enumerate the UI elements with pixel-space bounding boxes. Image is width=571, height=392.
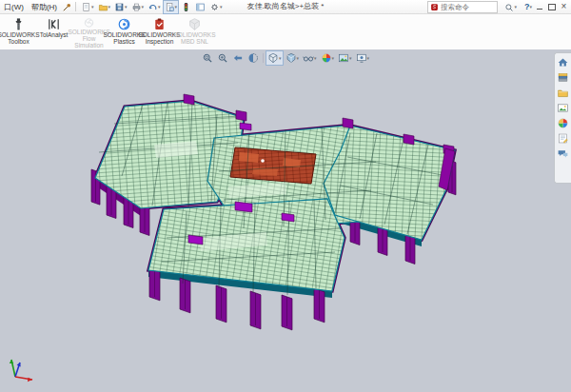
solidworks-resources-home-icon xyxy=(557,56,569,69)
appearances-scenes-button[interactable] xyxy=(556,116,570,130)
help-button[interactable]: ? ▾ xyxy=(524,0,532,13)
inspection-icon xyxy=(152,17,167,31)
print-button[interactable]: ▾ xyxy=(129,0,147,14)
rebuild-traffic-light-icon xyxy=(181,2,191,12)
view-settings-button[interactable]: ▾ xyxy=(354,50,372,66)
search-input[interactable] xyxy=(441,3,484,11)
document-title: 友佳.欧尚名城>+总装 * xyxy=(247,0,325,13)
minimize-icon xyxy=(537,9,542,10)
zoom-area-icon xyxy=(217,52,228,64)
view-orientation-button[interactable]: ▾ xyxy=(266,50,284,66)
menu-item-window[interactable]: 口(W) xyxy=(0,1,28,13)
section-view-icon xyxy=(247,52,259,64)
caret-down-icon: ▾ xyxy=(314,52,317,65)
restore-icon xyxy=(548,4,556,10)
rebuild-traffic-light-button[interactable] xyxy=(179,0,193,14)
new-button[interactable]: ▾ xyxy=(79,0,96,14)
file-explorer-icon xyxy=(557,87,569,99)
search-options-button[interactable]: ▾ xyxy=(504,1,517,13)
save-icon xyxy=(114,2,125,12)
edit-appearance-button[interactable]: ▾ xyxy=(319,50,337,66)
quick-access-toolbar: ▾▾▾▾▾▾▾ xyxy=(79,0,225,14)
caret-down-icon: ▾ xyxy=(91,1,94,13)
open-icon xyxy=(98,2,108,12)
edit-appearance-icon xyxy=(321,52,332,64)
titlebar: 口(W)帮助(H) ▾▾▾▾▾▾▾ 友佳.欧尚名城>+总装 * ▾ ? ▾ × xyxy=(0,0,571,14)
file-properties-button[interactable]: ▾ xyxy=(163,0,180,14)
design-library-button[interactable] xyxy=(556,70,570,85)
close-icon: × xyxy=(561,2,567,11)
options-panel-button[interactable] xyxy=(193,0,207,14)
section-view-button[interactable] xyxy=(246,50,261,66)
toolbox-icon xyxy=(11,17,26,31)
caret-down-icon: ▾ xyxy=(514,1,517,13)
ribbon-item-label: SOLIDWORKS MBD SNL xyxy=(173,31,215,45)
zoom-fit-button[interactable] xyxy=(200,50,215,66)
new-icon xyxy=(81,2,91,12)
display-style-icon xyxy=(286,52,297,64)
menubar: 口(W)帮助(H) xyxy=(0,1,61,13)
tolanalyst-icon xyxy=(47,17,61,31)
caret-down-icon: ▾ xyxy=(125,1,128,13)
appearances-scenes-icon xyxy=(557,117,569,129)
minimize-button[interactable] xyxy=(533,1,545,12)
apply-scene-button[interactable]: ▾ xyxy=(336,50,354,66)
solidworks-forum-button[interactable] xyxy=(556,147,570,161)
search-icon xyxy=(504,3,514,12)
print-icon xyxy=(131,2,142,12)
undo-button[interactable]: ▾ xyxy=(146,0,163,14)
ribbon-item-label: TolAnalyst xyxy=(40,31,69,38)
hide-show-items-icon xyxy=(303,52,314,64)
caret-down-icon: ▾ xyxy=(220,1,223,13)
task-pane xyxy=(554,52,571,184)
settings-gear-button[interactable]: ▾ xyxy=(207,0,225,14)
ribbon-item-inspection[interactable]: SOLIDWORKS Inspection xyxy=(142,15,177,49)
ribbon-item-plastics[interactable]: SOLIDWORKS Plastics xyxy=(107,15,142,49)
file-explorer-button[interactable] xyxy=(556,86,570,100)
file-properties-icon xyxy=(165,2,175,12)
search-box[interactable] xyxy=(427,1,498,13)
ribbon-item-flow-simulation: SOLIDWORKS Flow Simulation xyxy=(71,15,107,49)
mbd-icon xyxy=(187,17,202,31)
ribbon-item-label: SOLIDWORKS Toolbox xyxy=(0,31,40,45)
restore-button[interactable] xyxy=(545,1,558,12)
save-button[interactable]: ▾ xyxy=(112,0,129,14)
formwork-assembly-model[interactable] xyxy=(0,49,571,392)
view-palette-button[interactable] xyxy=(556,101,570,115)
addins-ribbon: SOLIDWORKS ToolboxTolAnalystSOLIDWORKS F… xyxy=(0,14,571,50)
caret-down-icon: ▾ xyxy=(279,52,282,65)
toolbar-separator xyxy=(263,53,264,63)
graphics-area[interactable]: ▾▾▾▾▾▾ xyxy=(0,49,571,392)
zoom-area-button[interactable] xyxy=(215,50,230,66)
zoom-fit-icon xyxy=(202,52,213,64)
open-button[interactable]: ▾ xyxy=(96,0,113,14)
caret-down-icon: ▾ xyxy=(297,52,300,65)
view-settings-icon xyxy=(356,52,367,64)
solidworks-window: 口(W)帮助(H) ▾▾▾▾▾▾▾ 友佳.欧尚名城>+总装 * ▾ ? ▾ × … xyxy=(0,0,571,392)
window-controls: × xyxy=(533,0,570,13)
solidworks-logo-icon xyxy=(430,3,439,11)
display-style-button[interactable]: ▾ xyxy=(284,50,302,66)
caret-down-icon: ▾ xyxy=(367,52,370,65)
undo-icon xyxy=(148,2,158,12)
ribbon-item-tolanalyst[interactable]: TolAnalyst xyxy=(36,15,71,49)
custom-properties-button[interactable] xyxy=(556,131,570,146)
caret-down-icon: ▾ xyxy=(175,1,178,13)
close-button[interactable]: × xyxy=(558,1,570,12)
menu-item-help[interactable]: 帮助(H) xyxy=(28,1,61,13)
caret-down-icon: ▾ xyxy=(332,52,335,65)
pin-icon[interactable] xyxy=(61,1,72,12)
solidworks-resources-home-button[interactable] xyxy=(556,55,570,69)
ribbon-item-toolbox[interactable]: SOLIDWORKS Toolbox xyxy=(1,15,36,49)
flow-simulation-icon xyxy=(82,17,96,29)
apply-scene-icon xyxy=(338,52,349,64)
settings-gear-icon xyxy=(209,2,220,12)
hide-show-items-button[interactable]: ▾ xyxy=(301,50,319,66)
coordinate-triad xyxy=(4,354,38,382)
previous-view-icon xyxy=(232,52,244,64)
toolbar-separator xyxy=(75,2,76,11)
view-palette-icon xyxy=(557,102,569,114)
caret-down-icon: ▾ xyxy=(108,1,111,13)
caret-down-icon: ▾ xyxy=(158,1,161,13)
previous-view-button[interactable] xyxy=(230,50,246,66)
